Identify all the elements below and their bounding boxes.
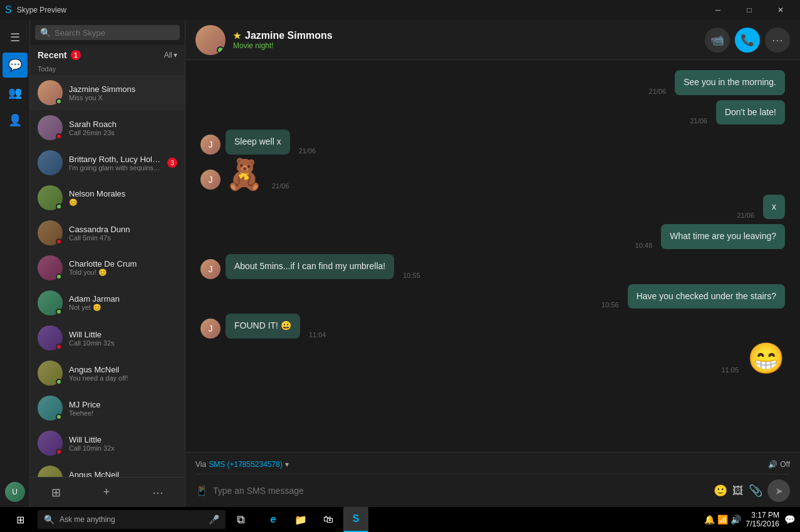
avatar-wrap [38, 466, 63, 477]
sms-off-toggle[interactable]: 🔊 Off [768, 460, 790, 469]
network-icon[interactable]: 📶 [717, 514, 728, 524]
all-filter-button[interactable]: All ▾ [164, 51, 177, 59]
contact-sub: Call 10min 32x [69, 444, 177, 452]
status-dot [56, 274, 62, 280]
taskbar-explorer-icon[interactable]: 📁 [288, 507, 313, 532]
taskbar-store-icon[interactable]: 🛍 [316, 507, 341, 532]
table-row: 11:05 😁 [200, 344, 785, 374]
title-bar-controls: ─ □ ✕ [704, 0, 795, 20]
avatar-wrap [38, 80, 63, 105]
sidebar-item-profile[interactable]: 👤 [3, 108, 28, 133]
list-item[interactable]: Brittany Roth, Lucy Holcomb, S... I'm go… [30, 145, 185, 180]
taskbar-edge-icon[interactable]: e [261, 507, 286, 532]
list-item[interactable]: MJ Price Teehee! [30, 391, 185, 426]
chat-area: ★ Jazmine Simmons Movie night! 📹 📞 ⋯ 21/… [185, 20, 800, 507]
avatar [38, 466, 63, 477]
table-row: 10:48 What time are you leaving? [200, 224, 785, 249]
close-button[interactable]: ✕ [766, 0, 795, 20]
sidebar-icons: ☰ 💬 👥 👤 U [0, 20, 30, 507]
contact-list: Jazmine Simmons Miss you X Sarah Roach C… [30, 75, 185, 477]
more-options-button[interactable]: ⋯ [765, 28, 790, 53]
sms-via: Via SMS (+17855234578) ▾ [195, 460, 289, 469]
list-item[interactable]: Angus McNeil You need a day off! [30, 356, 185, 391]
minimize-button[interactable]: ─ [704, 0, 732, 20]
attachment-button[interactable]: 📎 [749, 484, 762, 498]
contact-info: Will Little Call 10min 32x [69, 435, 177, 452]
msg-avatar: J [200, 135, 221, 155]
search-input[interactable] [55, 28, 175, 38]
taskbar-skype-icon[interactable]: S [343, 507, 368, 532]
msg-time: 21/06 [690, 117, 707, 125]
recent-badge: 1 [71, 50, 81, 60]
audio-call-button[interactable]: 📞 [735, 28, 760, 53]
list-item[interactable]: Angus McNeil You need a day off! [30, 461, 185, 477]
contact-name: Sarah Roach [69, 120, 177, 129]
contacts-bottom: ⊞ + ⋯ [30, 477, 185, 507]
action-center-icon[interactable]: 💬 [784, 514, 795, 524]
contact-sub: Not yet 😊 [69, 304, 177, 312]
user-avatar[interactable]: U [5, 482, 25, 502]
status-dot [56, 133, 62, 140]
volume-icon[interactable]: 🔊 [730, 514, 741, 524]
maximize-button[interactable]: □ [735, 0, 764, 20]
contact-sub: You need a day off! [69, 374, 177, 382]
add-contact-button[interactable]: + [98, 481, 115, 504]
list-item[interactable]: Cassandra Dunn Call 5min 47s [30, 215, 185, 250]
sidebar-item-contacts[interactable]: 👥 [3, 80, 28, 105]
list-item[interactable]: Adam Jarman Not yet 😊 [30, 285, 185, 320]
chat-header-name: ★ Jazmine Simmons [233, 30, 333, 41]
msg-time: 11:05 [721, 366, 739, 374]
notification-icon[interactable]: 🔔 [704, 514, 715, 524]
contact-sub: I'm going glam with sequins. See you h..… [69, 164, 161, 171]
send-button[interactable]: ➤ [767, 479, 790, 502]
msg-avatar: J [200, 319, 221, 339]
chat-header: ★ Jazmine Simmons Movie night! 📹 📞 ⋯ [185, 20, 800, 60]
contacts-more-icon[interactable]: ⋯ [147, 481, 169, 504]
sound-icon: 🔊 [768, 460, 777, 469]
avatar-wrap [38, 185, 63, 210]
taskbar-search[interactable]: 🔍 Ask me anything 🎤 [38, 510, 226, 529]
contact-info: Sarah Roach Call 26min 23s [69, 120, 177, 136]
contacts-recent-icon[interactable]: ⊞ [46, 481, 66, 504]
message-input[interactable] [213, 486, 709, 496]
contact-info: Will Little Call 10min 32s [69, 330, 177, 347]
chat-header-avatar [195, 25, 226, 55]
list-item[interactable]: Charlotte De Crum Told you! 😊 [30, 250, 185, 285]
emoji-button[interactable]: 🙂 [714, 484, 727, 498]
contact-info: Cassandra Dunn Call 5min 47s [69, 225, 177, 242]
star-icon: ★ [233, 31, 241, 41]
contact-info: Angus McNeil You need a day off! [69, 470, 177, 478]
sidebar-item-chat[interactable]: 💬 [3, 53, 28, 78]
list-item[interactable]: Sarah Roach Call 26min 23s [30, 110, 185, 145]
list-item[interactable]: Will Little Call 10min 32s [30, 320, 185, 356]
avatar [38, 150, 63, 175]
avatar-wrap [38, 396, 63, 421]
msg-emoji: 😁 [747, 344, 785, 374]
contact-sub: Teehee! [69, 409, 177, 417]
chevron-down-icon: ▾ [285, 460, 289, 469]
table-row: 21/06 See you in the morning. [200, 70, 785, 95]
taskbar: ⊞ 🔍 Ask me anything 🎤 ⧉ e 📁 🛍 S 🔔 📶 🔊 3:… [0, 507, 800, 532]
msg-time: 21/06 [737, 212, 754, 219]
sidebar-item-menu[interactable]: ☰ [3, 25, 28, 50]
start-button[interactable]: ⊞ [5, 507, 35, 532]
taskbar-task-view[interactable]: ⧉ [228, 507, 253, 532]
status-dot [56, 309, 62, 315]
input-row: 📱 🙂 🖼 📎 ➤ [195, 479, 790, 502]
msg-bubble: What time are you leaving? [661, 224, 785, 249]
list-item[interactable]: Jazmine Simmons Miss you X [30, 75, 185, 110]
msg-avatar: J [200, 170, 221, 190]
list-item[interactable]: Will Little Call 10min 32x [30, 426, 185, 461]
chat-icon: 💬 [8, 58, 22, 72]
sms-number[interactable]: SMS (+17855234578) [209, 460, 283, 469]
video-call-button[interactable]: 📹 [705, 28, 730, 53]
search-input-wrap[interactable]: 🔍 [35, 25, 180, 40]
image-button[interactable]: 🖼 [732, 484, 744, 498]
contact-name: Will Little [69, 435, 177, 444]
contact-name: Nelson Morales [69, 189, 177, 198]
list-item[interactable]: Nelson Morales 😊 [30, 180, 185, 215]
avatar-wrap [38, 220, 63, 245]
msg-bubble: See you in the morning. [675, 70, 785, 95]
msg-time: 21/06 [649, 88, 667, 95]
avatar-wrap [38, 115, 63, 140]
